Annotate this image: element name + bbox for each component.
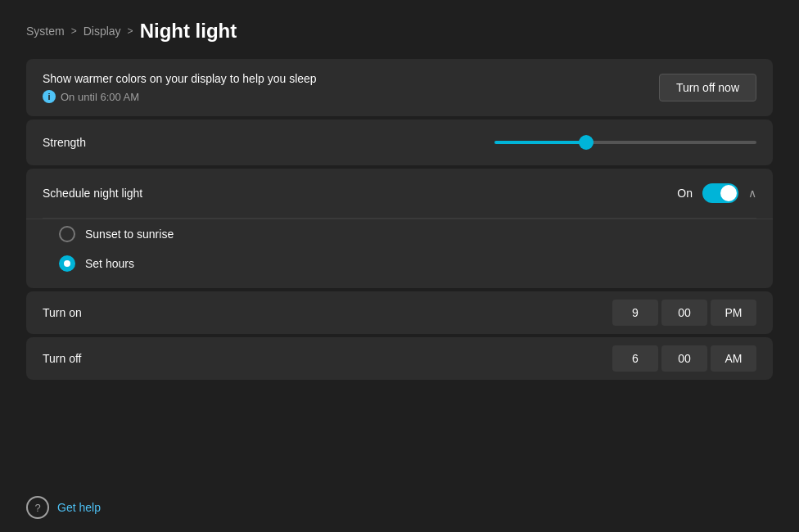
breadcrumb-display[interactable]: Display: [84, 25, 121, 38]
page-title: Night light: [140, 20, 237, 43]
schedule-card: Schedule night light On ∧ Sunset to sunr…: [26, 169, 773, 288]
get-help-link[interactable]: Get help: [57, 501, 101, 514]
sunset-option[interactable]: Sunset to sunrise: [59, 226, 756, 242]
schedule-header[interactable]: Schedule night light On ∧: [26, 169, 773, 218]
turn-on-fields: 9 00 PM: [612, 300, 756, 326]
chevron-up-icon: ∧: [748, 187, 756, 200]
turn-on-hour[interactable]: 9: [612, 300, 658, 326]
turn-off-period[interactable]: AM: [711, 345, 756, 372]
strength-slider-container: [494, 141, 756, 144]
turn-on-label: Turn on: [43, 306, 82, 319]
turn-off-row: Turn off 6 00 AM: [26, 337, 773, 380]
status-time: i On until 6:00 AM: [43, 90, 317, 103]
turn-on-minute[interactable]: 00: [661, 300, 707, 326]
turn-on-row: Turn on 9 00 PM: [26, 291, 773, 334]
breadcrumb: System > Display > Night light: [0, 0, 799, 59]
status-time-text: On until 6:00 AM: [61, 91, 139, 103]
turn-off-label: Turn off: [43, 352, 81, 365]
set-hours-option[interactable]: Set hours: [59, 255, 756, 272]
status-description: Show warmer colors on your display to he…: [43, 72, 317, 85]
footer: ? Get help: [0, 483, 799, 532]
turn-off-fields: 6 00 AM: [612, 345, 756, 372]
turn-off-minute[interactable]: 00: [661, 345, 707, 372]
set-hours-radio[interactable]: [59, 255, 75, 272]
strength-slider[interactable]: [494, 141, 756, 144]
sunset-radio[interactable]: [59, 226, 75, 242]
schedule-body: Sunset to sunrise Set hours: [26, 219, 773, 288]
toggle-label: On: [677, 187, 693, 200]
set-hours-label: Set hours: [85, 257, 134, 270]
strength-label: Strength: [43, 136, 86, 149]
slider-thumb[interactable]: [579, 135, 594, 150]
toggle-thumb: [720, 185, 737, 201]
info-icon: i: [43, 90, 56, 103]
turn-off-now-button[interactable]: Turn off now: [659, 74, 756, 101]
status-card: Show warmer colors on your display to he…: [26, 59, 773, 116]
breadcrumb-sep-2: >: [128, 25, 133, 37]
sunset-label: Sunset to sunrise: [85, 228, 174, 241]
turn-off-hour[interactable]: 6: [612, 345, 658, 372]
strength-card: Strength: [26, 119, 773, 165]
schedule-label: Schedule night light: [43, 187, 142, 200]
radio-inner-dot: [64, 260, 70, 267]
help-icon: ?: [26, 496, 49, 519]
breadcrumb-system[interactable]: System: [26, 25, 65, 38]
status-left: Show warmer colors on your display to he…: [43, 72, 317, 103]
main-content: Show warmer colors on your display to he…: [0, 59, 799, 483]
page: System > Display > Night light Show warm…: [0, 0, 799, 532]
schedule-controls: On ∧: [677, 183, 756, 203]
schedule-toggle[interactable]: [702, 183, 738, 203]
breadcrumb-sep-1: >: [71, 25, 77, 37]
turn-on-period[interactable]: PM: [711, 300, 756, 326]
